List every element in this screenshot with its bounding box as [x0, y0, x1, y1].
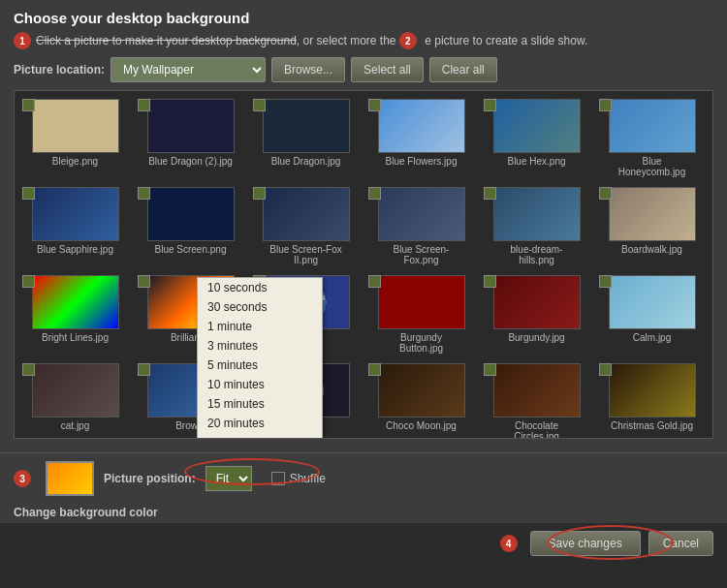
- thumb-image: [32, 363, 119, 418]
- footer-row: 4 Save changes Cancel: [0, 523, 727, 564]
- thumb-item[interactable]: Blue Dragon.jpg: [249, 95, 363, 181]
- thumb-item[interactable]: Blue Screen-Fox II.png: [249, 183, 363, 269]
- thumb-checkbox[interactable]: [484, 187, 496, 200]
- thumb-label: Bright Lines.jpg: [42, 332, 109, 343]
- shuffle-row: Shuffle: [271, 472, 326, 485]
- thumb-image: [263, 187, 350, 241]
- dropdown-item[interactable]: 1 minute: [198, 317, 322, 336]
- thumb-item[interactable]: Blue Hex.png: [480, 95, 593, 181]
- shuffle-label: Shuffle: [290, 472, 326, 485]
- thumb-label: Burgundy Button.jpg: [378, 332, 465, 354]
- page-title: Choose your desktop background: [14, 10, 713, 26]
- thumb-item[interactable]: Blue Sapphire.jpg: [18, 183, 132, 269]
- thumb-label: Bleige.png: [52, 156, 98, 167]
- dropdown-item[interactable]: 20 minutes: [198, 414, 322, 433]
- thumb-item[interactable]: Blue Flowers.jpg: [364, 95, 478, 181]
- thumb-checkbox[interactable]: [484, 99, 496, 111]
- thumb-item[interactable]: Choco Moon.jpg: [364, 359, 478, 439]
- thumb-image: [147, 99, 235, 153]
- position-label: Picture position:: [104, 472, 196, 485]
- thumb-checkbox[interactable]: [599, 187, 612, 200]
- thumb-checkbox[interactable]: [138, 99, 150, 111]
- thumb-label: Calm.jpg: [633, 332, 671, 343]
- thumb-checkbox[interactable]: [368, 187, 381, 200]
- thumb-item[interactable]: Burgundy.jpg: [480, 271, 593, 357]
- thumb-item[interactable]: Blue Screen-Fox.png: [364, 183, 478, 269]
- dropdown-item[interactable]: 10 seconds: [198, 278, 322, 297]
- wallpaper-grid-container: Bleige.pngBlue Dragon (2).jpgBlue Dragon…: [14, 90, 713, 439]
- position-preview: [46, 461, 94, 496]
- thumb-image: [493, 187, 581, 241]
- thumb-item[interactable]: Boardwalk.jpg: [595, 183, 709, 269]
- thumb-label: Burgundy.jpg: [508, 332, 564, 343]
- thumb-item[interactable]: Christmas Gold.jpg: [595, 359, 709, 439]
- thumb-item[interactable]: Burgundy Button.jpg: [364, 271, 478, 357]
- thumb-image: [32, 99, 119, 153]
- change-bg-label: Change background color: [0, 502, 727, 523]
- thumb-image: [609, 187, 696, 241]
- save-button[interactable]: Save changes: [530, 531, 641, 556]
- instruction-text: Click a picture to make it your desktop …: [36, 32, 587, 49]
- dropdown-item[interactable]: 3 minutes: [198, 336, 322, 356]
- thumb-checkbox[interactable]: [138, 275, 150, 288]
- thumb-image: [378, 187, 465, 241]
- thumb-checkbox[interactable]: [253, 99, 266, 111]
- cancel-button[interactable]: Cancel: [648, 531, 713, 556]
- dropdown-item[interactable]: 15 minutes: [198, 394, 322, 414]
- thumb-image: [378, 99, 465, 153]
- thumb-label: Blue Honeycomb.jpg: [609, 156, 696, 177]
- thumb-item[interactable]: Chocolate Circles.jpg: [480, 359, 593, 439]
- location-label: Picture location:: [14, 63, 105, 77]
- thumb-item[interactable]: Calm.jpg: [595, 271, 709, 357]
- thumb-checkbox[interactable]: [368, 275, 381, 288]
- thumb-label: Boardwalk.jpg: [621, 244, 682, 255]
- browse-button[interactable]: Browse...: [271, 57, 345, 82]
- thumb-item[interactable]: Blue Honeycomb.jpg: [595, 95, 709, 181]
- thumb-item[interactable]: Blue Dragon (2).jpg: [134, 95, 247, 181]
- thumb-checkbox[interactable]: [368, 363, 381, 376]
- thumb-item[interactable]: Bright Lines.jpg: [18, 271, 132, 357]
- step2-badge: 2: [399, 32, 417, 49]
- dropdown-item[interactable]: 30 seconds: [198, 297, 322, 317]
- thumb-checkbox[interactable]: [368, 99, 381, 111]
- dropdown-item[interactable]: 10 minutes: [198, 375, 322, 394]
- thumb-checkbox[interactable]: [599, 275, 612, 288]
- thumb-item[interactable]: Blue Screen.png: [134, 183, 247, 269]
- location-select[interactable]: My Wallpaper: [111, 57, 266, 82]
- thumb-label: Blue Hex.png: [507, 156, 565, 167]
- thumb-checkbox[interactable]: [599, 99, 612, 111]
- step1-badge: 1: [14, 32, 31, 49]
- dropdown-item[interactable]: 5 minutes: [198, 356, 322, 375]
- thumb-image: [263, 99, 350, 153]
- thumb-label: Blue Dragon.jpg: [271, 156, 341, 167]
- thumb-item[interactable]: cat.jpg: [18, 359, 132, 439]
- thumb-label: Blue Screen-Fox II.png: [263, 244, 350, 265]
- thumb-image: [493, 363, 581, 418]
- thumb-item[interactable]: blue-dream-hills.png: [480, 183, 593, 269]
- thumb-checkbox[interactable]: [253, 187, 266, 200]
- thumb-checkbox[interactable]: [22, 363, 35, 376]
- thumb-label: Blue Dragon (2).jpg: [148, 156, 233, 167]
- thumb-checkbox[interactable]: [22, 99, 35, 111]
- thumb-checkbox[interactable]: [484, 275, 496, 288]
- thumb-label: Chocolate Circles.jpg: [493, 420, 581, 439]
- thumb-checkbox[interactable]: [138, 187, 150, 200]
- shuffle-checkbox[interactable]: [271, 472, 285, 485]
- thumb-label: Blue Screen-Fox.png: [378, 244, 465, 265]
- thumb-checkbox[interactable]: [484, 363, 496, 376]
- interval-dropdown[interactable]: 10 seconds30 seconds1 minute3 minutes5 m…: [197, 277, 323, 439]
- thumb-item[interactable]: Bleige.png: [18, 95, 132, 181]
- thumb-label: cat.jpg: [61, 420, 89, 431]
- step3-badge: 3: [14, 470, 31, 487]
- select-all-button[interactable]: Select all: [351, 57, 424, 82]
- thumb-checkbox[interactable]: [138, 363, 150, 376]
- thumb-checkbox[interactable]: [599, 363, 612, 376]
- position-select[interactable]: Fit: [205, 466, 252, 491]
- clear-all-button[interactable]: Clear all: [429, 57, 497, 82]
- thumb-checkbox[interactable]: [22, 275, 35, 288]
- thumb-image: [32, 275, 119, 329]
- thumb-label: Blue Sapphire.jpg: [37, 244, 113, 255]
- thumb-image: [609, 363, 696, 418]
- thumb-checkbox[interactable]: [22, 187, 35, 200]
- thumb-label: Blue Flowers.jpg: [386, 156, 458, 167]
